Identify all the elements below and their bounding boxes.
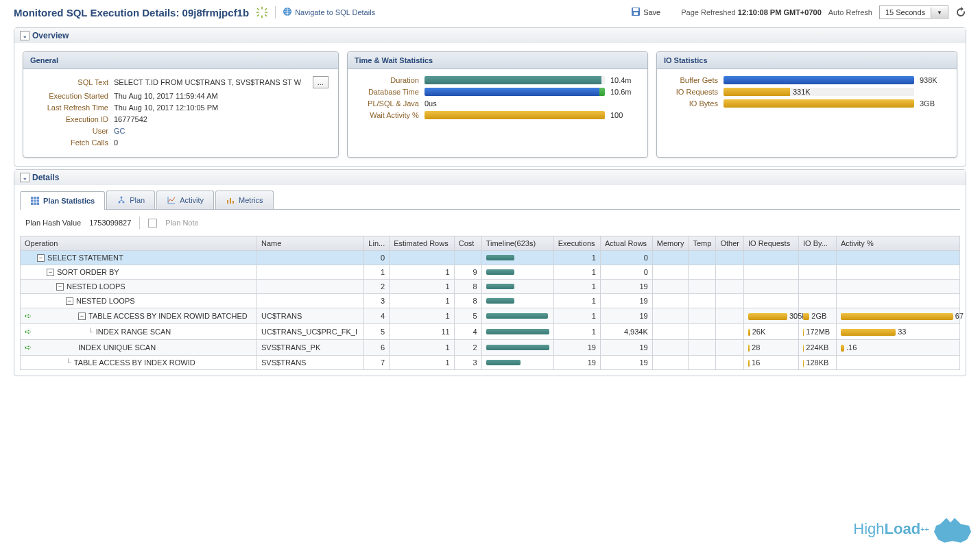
ioby-value: 224KB <box>806 343 828 352</box>
col-operation[interactable]: Operation <box>21 236 257 251</box>
tab-activity[interactable]: Activity <box>156 191 214 209</box>
cell: 2 <box>364 280 390 294</box>
col-cost[interactable]: Cost <box>454 236 481 251</box>
cell: 8 <box>454 294 481 308</box>
tree-expand-toggle[interactable]: − <box>47 269 54 276</box>
ioby-bar <box>803 313 809 320</box>
col-activity[interactable]: Activity % <box>837 236 960 251</box>
exec-started-value: Thu Aug 10, 2017 11:59:44 AM <box>114 92 328 100</box>
cell: 0 <box>600 265 652 280</box>
cell: 11 <box>390 324 455 340</box>
plan-hash-value: 1753099827 <box>89 219 131 227</box>
refresh-interval-select[interactable]: 15 Seconds ▼ <box>879 5 948 19</box>
details-tabs: Plan Statistics Plan Activity Metrics <box>20 191 960 210</box>
cell: 19 <box>553 356 600 370</box>
col-temp[interactable]: Temp <box>689 236 716 251</box>
svg-rect-11 <box>634 12 638 15</box>
table-row[interactable]: −NESTED LOOPS218119 <box>21 280 960 294</box>
divider <box>139 217 140 229</box>
cell <box>257 280 364 294</box>
ioreq-bar <box>748 360 750 367</box>
plan-note-checkbox[interactable] <box>148 219 157 228</box>
exec-started-label: Execution Started <box>33 92 108 100</box>
tree-expand-toggle[interactable]: − <box>78 313 86 320</box>
exec-id-value: 16777542 <box>114 115 328 123</box>
col-io-req[interactable]: IO Requests <box>744 236 799 251</box>
svg-rect-4 <box>257 8 260 11</box>
tree-expand-toggle[interactable]: − <box>37 254 45 262</box>
table-row[interactable]: −NESTED LOOPS318119 <box>21 294 960 308</box>
cell: 5 <box>364 324 390 340</box>
svg-rect-16 <box>227 200 228 204</box>
cell: 3 <box>364 294 390 308</box>
timeline-bar <box>486 345 549 350</box>
cell: 0 <box>364 251 390 265</box>
collapse-toggle[interactable]: ⌄ <box>20 173 29 182</box>
cell <box>652 308 689 324</box>
table-row[interactable]: ➪INDEX UNIQUE SCANSVS$TRANS_PK6121919 28… <box>21 340 960 356</box>
buffer-gets-bar <box>724 76 914 84</box>
plsql-value: 0us <box>425 99 437 108</box>
col-other[interactable]: Other <box>716 236 744 251</box>
col-est-rows[interactable]: Estimated Rows <box>390 236 455 251</box>
operation-name: TABLE ACCESS BY INDEX ROWID BATCHED <box>88 312 248 320</box>
col-actual-rows[interactable]: Actual Rows <box>600 236 652 251</box>
table-header-row: Operation Name Lin... Estimated Rows Cos… <box>21 236 960 251</box>
table-row[interactable]: −SELECT STATEMENT010 <box>21 251 960 265</box>
svg-rect-7 <box>265 8 267 11</box>
details-header: ⌄ Details <box>14 170 966 185</box>
cell: 1 <box>390 265 455 280</box>
cell: 5 <box>454 308 481 324</box>
dbtime-value: 10.6m <box>610 88 638 96</box>
table-row[interactable]: −SORT ORDER BY11910 <box>21 265 960 280</box>
cell: UC$TRANS <box>257 308 364 324</box>
duration-label: Duration <box>357 76 419 84</box>
tree-expand-toggle[interactable]: − <box>56 283 64 291</box>
cell <box>652 251 689 265</box>
col-line[interactable]: Lin... <box>364 236 390 251</box>
timeline-bar <box>486 298 514 304</box>
cell: 0 <box>600 251 652 265</box>
divider <box>275 6 276 19</box>
nav-link-label: Navigate to SQL Details <box>295 8 375 16</box>
table-row[interactable]: └TABLE ACCESS BY INDEX ROWIDSVS$TRANS713… <box>21 356 960 370</box>
wait-bar <box>425 111 605 119</box>
operation-name: NESTED LOOPS <box>67 282 126 291</box>
dbtime-bar <box>425 88 605 96</box>
tree-icon <box>117 195 126 205</box>
cell: 4,934K <box>600 324 652 340</box>
sql-text-expand-button[interactable]: ... <box>313 76 328 88</box>
cell: 1 <box>553 280 600 294</box>
cell <box>689 308 716 324</box>
active-arrow-icon: ➪ <box>25 343 34 352</box>
buffer-gets-value: 938K <box>920 76 947 84</box>
tab-plan[interactable]: Plan <box>106 191 155 209</box>
table-row[interactable]: ➪└INDEX RANGE SCANUC$TRANS_UC$PRC_FK_I51… <box>21 324 960 340</box>
save-button[interactable]: Save <box>631 7 660 18</box>
user-value[interactable]: GC <box>114 127 328 135</box>
auto-refresh-label: Auto Refresh <box>828 8 872 16</box>
tab-plan-statistics[interactable]: Plan Statistics <box>20 191 105 210</box>
tab-metrics[interactable]: Metrics <box>215 191 273 209</box>
tree-expand-toggle[interactable]: − <box>66 297 73 305</box>
cell <box>716 356 744 370</box>
wait-value: 100 <box>610 111 638 119</box>
cell <box>689 294 716 308</box>
col-io-bytes[interactable]: IO By... <box>799 236 837 251</box>
col-memory[interactable]: Memory <box>652 236 689 251</box>
svg-rect-5 <box>265 14 267 17</box>
cell <box>716 308 744 324</box>
col-timeline[interactable]: Timeline(623s) <box>481 236 553 251</box>
table-row[interactable]: ➪−TABLE ACCESS BY INDEX ROWID BATCHEDUC$… <box>21 308 960 324</box>
collapse-toggle[interactable]: ⌄ <box>20 31 29 40</box>
col-executions[interactable]: Executions <box>553 236 600 251</box>
io-req-value: 331K <box>793 88 820 96</box>
cell: 19 <box>553 340 600 356</box>
ioby-bar <box>803 345 804 352</box>
navigate-sql-details-link[interactable]: Navigate to SQL Details <box>283 7 375 18</box>
refresh-button[interactable] <box>955 7 966 18</box>
ioreq-value: 28 <box>752 343 760 352</box>
plan-hash-label: Plan Hash Value <box>25 219 81 227</box>
col-name[interactable]: Name <box>257 236 364 251</box>
svg-rect-6 <box>257 14 260 17</box>
